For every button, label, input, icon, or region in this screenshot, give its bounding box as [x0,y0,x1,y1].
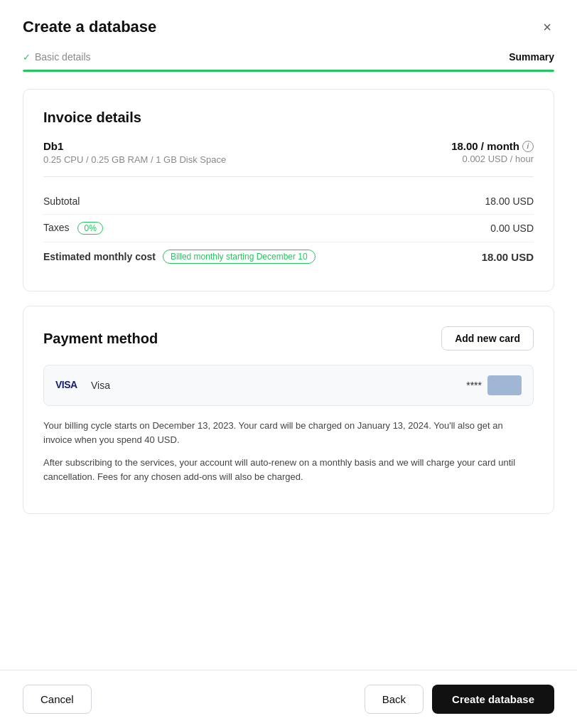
visa-logo-icon: VISA [55,379,84,392]
footer-right-buttons: Back Create database [365,685,554,714]
visa-left: VISA Visa [55,379,110,392]
step1-label: ✓ Basic details [23,51,91,63]
payment-header: Payment method Add new card [43,326,534,350]
estimated-row: Estimated monthly cost Billed monthly st… [43,242,534,271]
subtotal-label: Subtotal [43,196,80,207]
estimated-label-group: Estimated monthly cost Billed monthly st… [43,250,316,264]
payment-card: Payment method Add new card VISA Visa **… [23,306,554,514]
step1-check-icon: ✓ [23,52,31,63]
visa-row: VISA Visa **** [43,365,534,406]
db-price: 18.00 / month i [451,140,534,152]
stepper-labels: ✓ Basic details Summary [23,51,554,63]
invoice-db-item: Db1 0.25 CPU / 0.25 GB RAM / 1 GB Disk S… [43,140,534,177]
db-name: Db1 [43,140,226,152]
modal-body: Invoice details Db1 0.25 CPU / 0.25 GB R… [0,72,577,670]
step2-label: Summary [509,51,554,63]
estimated-value: 18.00 USD [482,251,534,263]
invoice-db-right: 18.00 / month i 0.002 USD / hour [451,140,534,164]
svg-text:VISA: VISA [55,379,77,389]
payment-title: Payment method [43,331,158,347]
invoice-card: Invoice details Db1 0.25 CPU / 0.25 GB R… [23,89,554,291]
estimated-label: Estimated monthly cost [43,251,156,262]
subtotal-row: Subtotal 18.00 USD [43,188,534,214]
card-last-four-placeholder [487,375,522,395]
subtotal-value: 18.00 USD [485,196,534,207]
invoice-db-left: Db1 0.25 CPU / 0.25 GB RAM / 1 GB Disk S… [43,140,226,165]
taxes-value: 0.00 USD [490,223,534,234]
db-hourly: 0.002 USD / hour [451,154,534,164]
step2-text: Summary [509,51,554,63]
modal-footer: Cancel Back Create database [0,670,577,728]
visa-right: **** [466,375,522,395]
billing-note-1: Your billing cycle starts on December 13… [43,419,534,447]
visa-label: Visa [91,380,110,391]
create-database-button[interactable]: Create database [432,685,554,714]
close-button[interactable]: × [540,17,554,37]
billing-badge: Billed monthly starting December 10 [163,250,316,264]
tax-badge: 0% [77,222,102,235]
billing-note-2: After subscribing to the services, your … [43,456,534,484]
taxes-row: Taxes 0% 0.00 USD [43,214,534,242]
cancel-button[interactable]: Cancel [23,685,92,714]
stepper: ✓ Basic details Summary [0,51,577,72]
modal-title: Create a database [23,18,156,36]
back-button[interactable]: Back [365,685,424,714]
invoice-title: Invoice details [43,109,534,126]
modal-header: Create a database × [0,0,577,51]
info-icon[interactable]: i [522,141,534,152]
visa-dots: **** [466,380,482,391]
create-database-modal: Create a database × ✓ Basic details Summ… [0,0,577,728]
step1-text: Basic details [35,51,91,63]
taxes-label: Taxes 0% [43,222,103,235]
add-card-button[interactable]: Add new card [441,326,534,350]
db-specs: 0.25 CPU / 0.25 GB RAM / 1 GB Disk Space [43,154,226,165]
